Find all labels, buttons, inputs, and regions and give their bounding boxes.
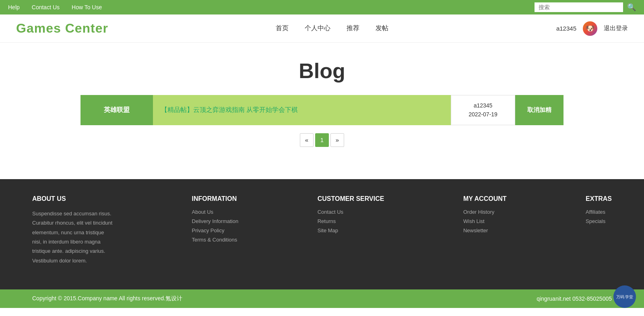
footer-about-title: ABOUT US	[32, 195, 113, 202]
blog-category: 英雄联盟	[80, 95, 153, 125]
footer-information: INFORMATION About Us Delivery Informatio…	[192, 195, 239, 265]
copyright-text: Copyright © 2015.Company name All rights…	[32, 295, 182, 302]
footer-ma-link-1[interactable]: Wish List	[463, 218, 507, 224]
main-content: Blog 英雄联盟 【精品帖】云顶之弈游戏指南 从零开始学会下棋 a12345 …	[0, 43, 644, 179]
footer-grid: ABOUT US Suspendisse sed accumsan risus.…	[32, 195, 612, 265]
blog-date: 2022-07-19	[469, 110, 497, 119]
footer-cs-title: CUSTOMER SERVICE	[318, 195, 384, 202]
footer-my-account: MY ACCOUNT Order History Wish List Newsl…	[463, 195, 507, 265]
pagination-prev[interactable]: «	[300, 133, 314, 147]
logout-button[interactable]: 退出登录	[604, 25, 628, 32]
contact-us-link[interactable]: Contact Us	[32, 4, 60, 10]
footer-about-us: ABOUT US Suspendisse sed accumsan risus.…	[32, 195, 113, 265]
blog-author-date: a12345 2022-07-19	[451, 95, 515, 125]
search-input[interactable]	[535, 2, 623, 12]
footer-bottom: Copyright © 2015.Company name All rights…	[0, 289, 644, 308]
nav-home[interactable]: 首页	[276, 24, 289, 33]
logo-ames: ames	[27, 21, 65, 35]
top-bar-search: 🔍	[535, 2, 636, 12]
blog-table: 英雄联盟 【精品帖】云顶之弈游戏指南 从零开始学会下棋 a12345 2022-…	[80, 95, 564, 125]
logo-enter: enter	[75, 21, 108, 35]
user-name-label: a12345	[556, 25, 576, 32]
main-nav: 首页 个人中心 推荐 发帖	[276, 24, 388, 33]
footer-cs-link-2[interactable]: Site Map	[318, 227, 384, 233]
footer-info-link-3[interactable]: Terms & Conditions	[192, 237, 239, 243]
nav-post[interactable]: 发帖	[376, 24, 388, 33]
logo: Games Center	[16, 21, 108, 36]
pagination: « 1 »	[8, 133, 636, 147]
nav-recommend[interactable]: 推荐	[347, 24, 359, 33]
footer-about-text: Suspendisse sed accumsan risus. Curabitu…	[32, 209, 113, 265]
search-icon[interactable]: 🔍	[627, 3, 636, 12]
footer-customer-service: CUSTOMER SERVICE Contact Us Returns Site…	[318, 195, 384, 265]
header: Games Center 首页 个人中心 推荐 发帖 a12345 🐶 退出登录	[0, 14, 644, 43]
blog-author: a12345	[474, 101, 493, 110]
footer-extras-link-1[interactable]: Specials	[586, 218, 612, 224]
top-bar: Help Contact Us How To Use 🔍	[0, 0, 644, 14]
footer-cs-link-0[interactable]: Contact Us	[318, 209, 384, 215]
footer-info-link-1[interactable]: Delivery Information	[192, 218, 239, 224]
avatar: 🐶	[583, 21, 597, 36]
logo-g: G	[16, 21, 27, 35]
footer-ma-title: MY ACCOUNT	[463, 195, 507, 202]
footer: ABOUT US Suspendisse sed accumsan risus.…	[0, 179, 644, 289]
footer-extras: EXTRAS Affiliates Specials	[586, 195, 612, 265]
footer-ma-link-2[interactable]: Newsletter	[463, 227, 507, 233]
user-area: a12345 🐶 退出登录	[556, 21, 628, 36]
watermark: 万码 学堂	[613, 285, 636, 308]
pagination-next[interactable]: »	[330, 133, 344, 147]
footer-ma-link-0[interactable]: Order History	[463, 209, 507, 215]
logo-c: C	[65, 21, 75, 35]
top-bar-links: Help Contact Us How To Use	[8, 4, 102, 10]
nav-profile[interactable]: 个人中心	[305, 24, 330, 33]
table-row: 英雄联盟 【精品帖】云顶之弈游戏指南 从零开始学会下棋 a12345 2022-…	[80, 95, 564, 125]
footer-info-link-0[interactable]: About Us	[192, 209, 239, 215]
how-to-use-link[interactable]: How To Use	[72, 4, 102, 10]
blog-title[interactable]: 【精品帖】云顶之弈游戏指南 从零开始学会下棋	[153, 95, 451, 125]
footer-info-title: INFORMATION	[192, 195, 239, 202]
footer-extras-link-0[interactable]: Affiliates	[586, 209, 612, 215]
page-title: Blog	[8, 59, 636, 83]
contact-info: qingruanit.net 0532-85025005	[537, 295, 612, 302]
footer-cs-link-1[interactable]: Returns	[318, 218, 384, 224]
pagination-current[interactable]: 1	[315, 133, 329, 147]
footer-info-link-2[interactable]: Privacy Policy	[192, 227, 239, 233]
footer-extras-title: EXTRAS	[586, 195, 612, 202]
help-link[interactable]: Help	[8, 4, 20, 10]
blog-action-button[interactable]: 取消加精	[515, 95, 564, 125]
